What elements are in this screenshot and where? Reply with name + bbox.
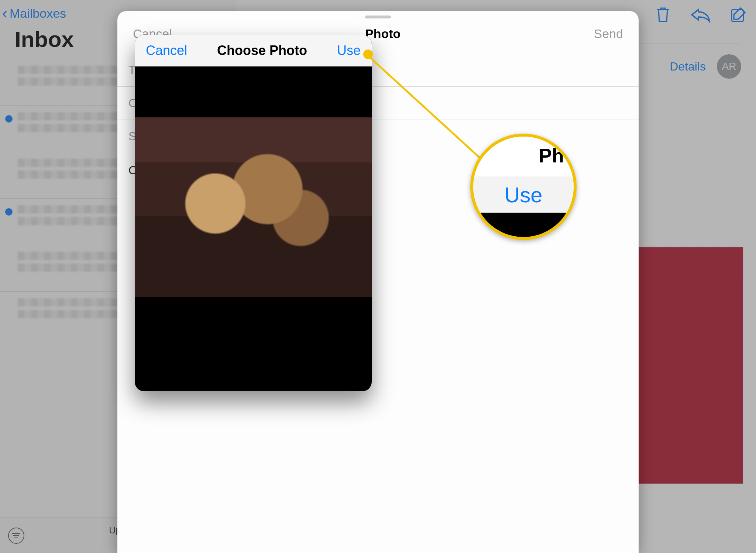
sheet-grabber[interactable] xyxy=(365,16,391,18)
photo-use-button[interactable]: Use xyxy=(337,43,361,58)
choose-photo-popover: Cancel Choose Photo Use xyxy=(135,35,372,391)
compose-title: Photo xyxy=(365,27,401,41)
photo-preview[interactable] xyxy=(135,117,372,297)
compose-send-button[interactable]: Send xyxy=(594,27,623,41)
photo-popover-title: Choose Photo xyxy=(217,43,307,58)
annotation-anchor-dot xyxy=(363,49,373,59)
annotation-zoom-circle: Ph Use xyxy=(470,134,577,240)
photo-cancel-button[interactable]: Cancel xyxy=(146,43,187,58)
callout-use-label: Use xyxy=(473,176,574,213)
